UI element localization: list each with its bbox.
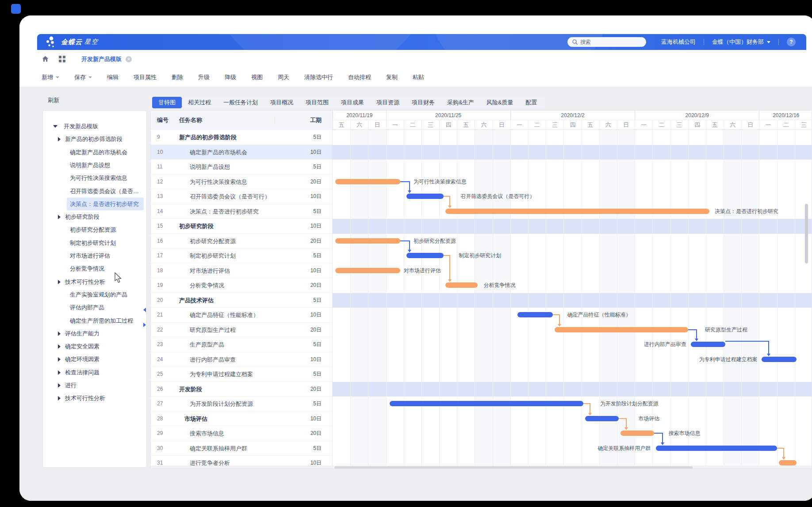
table-row-15[interactable]: 15初步研究阶段10日: [151, 219, 332, 234]
table-row-25[interactable]: 25为专利申请过程建立档案5日: [151, 367, 332, 382]
table-row-31[interactable]: 31进行竞争者分析10日: [151, 456, 332, 465]
toolbar-button-保存[interactable]: 保存: [74, 73, 92, 81]
gantt-bar-13[interactable]: [406, 194, 444, 199]
close-icon[interactable]: ✕: [126, 56, 132, 62]
view-tab-相关过程[interactable]: 相关过程: [182, 97, 217, 108]
gantt-bar-17[interactable]: [406, 253, 444, 258]
tree-expand-icon[interactable]: [58, 332, 61, 336]
tree-expand-icon[interactable]: [58, 137, 61, 141]
table-row-23[interactable]: 23生产原型产品5日: [151, 337, 332, 352]
view-tab-项目财务[interactable]: 项目财务: [406, 97, 441, 108]
view-tab-风险&质量[interactable]: 风险&质量: [480, 97, 520, 108]
refresh-button[interactable]: 刷新: [48, 96, 59, 104]
tree-item-新产品的初步筛选阶段[interactable]: 新产品的初步筛选阶段: [43, 133, 146, 145]
toolbar-button-删除[interactable]: 删除: [172, 73, 183, 81]
column-divider[interactable]: [188, 117, 188, 124]
tree-item-技术可行性分析[interactable]: 技术可行性分析: [43, 392, 146, 404]
tree-item-确定环境因素[interactable]: 确定环境因素: [43, 353, 146, 366]
gantt-bar-23[interactable]: [691, 342, 725, 347]
help-icon[interactable]: ?: [787, 38, 796, 46]
tree-item-初步研究阶段[interactable]: 初步研究阶段: [43, 210, 146, 223]
tree-collapse-icon[interactable]: [53, 125, 57, 128]
toolbar-button-降级[interactable]: 降级: [225, 73, 236, 81]
tree-item-评估生产能力[interactable]: 评估生产能力: [43, 327, 146, 340]
tree-item-对市场进行评估[interactable]: 对市场进行评估: [43, 249, 146, 262]
view-tab-采购&生产[interactable]: 采购&生产: [441, 97, 480, 108]
table-row-28[interactable]: 28市场评估10日: [151, 412, 332, 427]
toolbar-button-编辑[interactable]: 编辑: [107, 73, 119, 81]
user-menu[interactable]: 金蝶（中国）财务部: [712, 38, 770, 46]
gantt-bar-24[interactable]: [762, 357, 796, 362]
view-tab-配置[interactable]: 配置: [519, 97, 543, 108]
view-tab-项目概况[interactable]: 项目概况: [264, 97, 299, 108]
view-tab-项目范围[interactable]: 项目范围: [299, 97, 335, 108]
table-row-9[interactable]: 9新产品的初步筛选阶段5日: [151, 130, 332, 145]
tree-item-开发新品模版[interactable]: 开发新品模版: [43, 120, 146, 133]
table-row-17[interactable]: 17制定初步研究计划5日: [151, 248, 332, 263]
gantt-bar-22[interactable]: [555, 327, 688, 332]
tree-item-初步研究分配资源[interactable]: 初步研究分配资源: [43, 223, 146, 236]
vertical-scrollbar-thumb[interactable]: [805, 204, 808, 263]
gantt-bar-14[interactable]: [445, 209, 709, 214]
table-row-16[interactable]: 16初步研究分配资源20日: [151, 234, 332, 249]
gantt-bar-29[interactable]: [620, 431, 654, 436]
tree-item-为可行性决策搜索信息[interactable]: 为可行性决策搜索信息: [43, 172, 146, 184]
toolbar-button-粘贴[interactable]: 粘贴: [413, 73, 424, 81]
home-icon[interactable]: [42, 55, 49, 63]
table-row-19[interactable]: 19分析竞争情况20日: [151, 278, 332, 293]
tree-item-技术可行性分析[interactable]: 技术可行性分析: [43, 275, 146, 288]
toolbar-button-视图[interactable]: 视图: [251, 73, 263, 81]
tree-item-进行[interactable]: 进行: [43, 379, 146, 392]
toolbar-button-项目属性[interactable]: 项目属性: [134, 73, 157, 81]
table-row-24[interactable]: 24进行内部产品审查10日: [151, 352, 332, 367]
table-row-26[interactable]: 26开发阶段20日: [151, 382, 332, 397]
table-row-22[interactable]: 22研究原型生产过程20日: [151, 323, 332, 338]
view-tab-一般任务计划[interactable]: 一般任务计划: [217, 97, 264, 108]
table-row-27[interactable]: 27为开发阶段计划分配资源5日: [151, 396, 332, 412]
toolbar-button-清除选中行[interactable]: 清除选中行: [304, 73, 333, 81]
tree-expand-icon[interactable]: [58, 370, 61, 375]
table-row-10[interactable]: 10确定新产品的市场机会10日: [151, 145, 332, 160]
table-row-14[interactable]: 14决策点：是否进行初步研究5日: [151, 204, 332, 219]
gantt-bar-28[interactable]: [585, 416, 619, 421]
tree-item-确定新产品的市场机会[interactable]: 确定新产品的市场机会: [43, 146, 146, 159]
tree-expand-icon[interactable]: [58, 280, 61, 284]
tree-item-检查法律问题[interactable]: 检查法律问题: [43, 366, 146, 379]
toolbar-button-自动排程[interactable]: 自动排程: [348, 73, 371, 81]
column-divider[interactable]: [275, 117, 275, 124]
toolbar-button-升级[interactable]: 升级: [198, 73, 210, 81]
gantt-bar-12[interactable]: [335, 179, 400, 184]
table-row-11[interactable]: 11说明新产品设想5日: [151, 160, 332, 175]
gantt-bar-31[interactable]: [779, 460, 797, 465]
table-row-21[interactable]: 21确定产品特征（性能标准）10日: [151, 308, 332, 323]
tree-item-分析竞争情况[interactable]: 分析竞争情况: [43, 262, 146, 275]
horizontal-scrollbar-thumb[interactable]: [334, 466, 693, 469]
tree-item-决策点：是否进行初步研究[interactable]: 决策点：是否进行初步研究: [43, 198, 146, 210]
table-row-30[interactable]: 30确定关联系抽样用户群5日: [151, 441, 332, 456]
toolbar-button-周天[interactable]: 周天: [278, 73, 289, 81]
tree-item-说明新产品设想[interactable]: 说明新产品设想: [43, 159, 146, 172]
view-tab-项目资源[interactable]: 项目资源: [370, 97, 406, 108]
view-tab-项目成果[interactable]: 项目成果: [335, 97, 370, 108]
tree-expand-icon[interactable]: [58, 215, 61, 219]
tree-item-召开筛选委员会议（是否…[interactable]: 召开筛选委员会议（是否…: [43, 185, 146, 198]
expand-right-icon[interactable]: [143, 323, 146, 327]
toolbar-button-新增[interactable]: 新增: [42, 73, 59, 81]
toolbar-button-复制[interactable]: 复制: [386, 73, 398, 81]
view-tab-甘特图[interactable]: 甘特图: [152, 97, 182, 108]
tree-expand-icon[interactable]: [58, 383, 61, 388]
gantt-bar-19[interactable]: [445, 282, 477, 288]
table-row-13[interactable]: 13召开筛选委员会议（是否可行）10日: [151, 189, 332, 204]
tree-item-确定安全因素[interactable]: 确定安全因素: [43, 340, 146, 353]
gantt-bar-30[interactable]: [656, 446, 777, 451]
gantt-bar-16[interactable]: [335, 238, 400, 244]
tree-item-制定初步研究计划[interactable]: 制定初步研究计划: [43, 236, 146, 249]
document-tab[interactable]: 开发新产品模版 ✕: [81, 55, 132, 63]
tree-item-评估内部产品[interactable]: 评估内部产品: [43, 301, 146, 314]
tree-expand-icon[interactable]: [58, 344, 61, 349]
table-row-18[interactable]: 18对市场进行评估10日: [151, 263, 332, 278]
gantt-bar-18[interactable]: [335, 268, 400, 273]
tree-expand-icon[interactable]: [58, 357, 61, 362]
table-row-29[interactable]: 29搜索市场信息20日: [151, 426, 332, 441]
apps-grid-icon[interactable]: [59, 56, 65, 62]
